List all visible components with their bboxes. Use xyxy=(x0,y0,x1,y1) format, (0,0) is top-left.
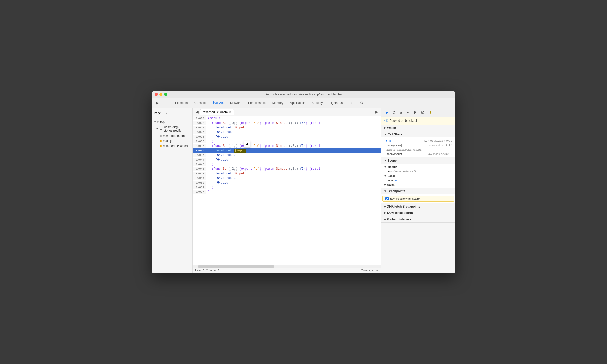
code-line-0x035: 0x035 f64.add xyxy=(193,135,381,139)
maximize-button[interactable] xyxy=(164,93,167,96)
local-label: Local xyxy=(388,174,395,177)
breakpoint-checkbox[interactable] xyxy=(385,197,389,200)
code-line-0x053: 0x053 f64.add xyxy=(193,180,381,185)
global-listeners-header[interactable]: ▶ Global Listeners xyxy=(381,216,455,223)
dom-breakpoints-header[interactable]: ▶ DOM Breakpoints xyxy=(381,210,455,216)
xhr-breakpoints-header[interactable]: ▶ XHR/fetch Breakpoints xyxy=(381,203,455,210)
devtools-window: DevTools - wasm-dbg-stories.netlify.app/… xyxy=(152,91,455,273)
editor-scrollbar[interactable] xyxy=(193,265,381,268)
instance-item: ▶ instance: Instance {} xyxy=(381,169,455,174)
module-arrow-icon: ▼ xyxy=(384,165,387,168)
svg-rect-2 xyxy=(429,111,429,114)
xhr-breakpoints-label: XHR/fetch Breakpoints xyxy=(387,205,420,208)
svg-rect-0 xyxy=(414,111,415,114)
editor-area: ◀ raw-module.wasm ✕ ▶ 0x000 (module xyxy=(193,108,381,273)
tab-memory[interactable]: Memory xyxy=(269,100,286,106)
sidebar-header: Page » ⋮ xyxy=(152,108,192,118)
breakpoints-header[interactable]: ▼ Breakpoints xyxy=(381,188,455,194)
editor-back-icon[interactable]: ◀ xyxy=(195,109,200,115)
dom-arrow-icon: ▶ xyxy=(384,211,386,214)
tree-item-top[interactable]: ▼ □ top xyxy=(152,119,192,125)
breakpoint-item[interactable]: raw-module.wasm:0x39 xyxy=(382,196,454,202)
editor-statusbar: Line 10, Column 12 Coverage: n/a xyxy=(193,268,381,273)
module-scope-header[interactable]: ▼ Module xyxy=(381,165,455,169)
global-arrow-icon: ▶ xyxy=(384,218,386,221)
dock-icon[interactable]: □ xyxy=(161,99,169,106)
stack-arrow-icon: ▶ xyxy=(384,183,386,186)
step-over-button[interactable] xyxy=(391,109,397,116)
svg-rect-3 xyxy=(430,111,431,114)
breakpoint-label: raw-module.wasm:0x39 xyxy=(390,197,420,200)
code-line-0x097: 0x097 ) xyxy=(193,190,381,194)
call-stack-item-b[interactable]: ►b raw-module.wasm:0x39 xyxy=(381,138,455,143)
step-button[interactable] xyxy=(412,109,419,116)
more-options-icon[interactable]: ⋮ xyxy=(367,99,374,106)
breakpoints-section: ▼ Breakpoints raw-module.wasm:0x39 xyxy=(381,188,455,203)
tree-item-raw-wasm[interactable]: ■ raw-module.wasm xyxy=(152,143,192,149)
file-tree: ▼ □ top ▼ ☁ wasm-dbg-stories.netlify ■ r… xyxy=(152,118,192,273)
global-listeners-label: Global Listeners xyxy=(387,217,411,221)
call-stack-item-anon2[interactable]: (anonymous) raw-module.html:10 xyxy=(381,152,455,156)
run-icon[interactable]: ▶ xyxy=(374,109,379,115)
code-line-0x03b: 0x03b f64.const 2 xyxy=(193,153,381,157)
tree-item-netlify[interactable]: ▼ ☁ wasm-dbg-stories.netlify xyxy=(152,125,192,133)
code-line-0x054: 0x054 ) xyxy=(193,185,381,190)
cursor-icon[interactable]: ▶ xyxy=(154,99,161,106)
coverage-status: Coverage: n/a xyxy=(361,269,379,272)
call-stack-item-anon1[interactable]: (anonymous) raw-module.html:9 xyxy=(381,143,455,148)
code-line-0x02a: 0x02a local.get $input xyxy=(193,125,381,130)
code-line-0x037: 0x037 (func $b (;1;) (export "b") (param… xyxy=(193,144,381,148)
code-line-0x04a: 0x04a f64.const 3 xyxy=(193,176,381,180)
divider xyxy=(170,100,170,105)
scope-content: ▼ Module ▶ instance: Instance {} ▼ Local… xyxy=(381,164,455,188)
scrollbar-thumb[interactable] xyxy=(198,265,274,268)
code-editor[interactable]: 0x000 (module 0x027 (func $a (;0;) (expo… xyxy=(193,116,381,265)
code-line-0x036: 0x036 ) xyxy=(193,139,381,144)
breakpoints-content: raw-module.wasm:0x39 xyxy=(381,194,455,203)
main-toolbar: ▶ □ Elements Console Sources Network Per… xyxy=(152,98,455,108)
sidebar-more-icon[interactable]: » xyxy=(163,110,170,117)
scope-header[interactable]: ▼ Scope xyxy=(381,157,455,164)
minimize-button[interactable] xyxy=(159,93,162,96)
deactivate-button[interactable] xyxy=(419,109,426,116)
call-stack-section: ▼ Call Stack ►b raw-module.wasm:0x39 xyxy=(381,131,455,157)
sidebar-options-icon[interactable]: ⋮ xyxy=(187,111,190,115)
file-sidebar: Page » ⋮ ▼ □ top ▼ ☁ wasm-dbg-stories.ne… xyxy=(152,108,193,273)
code-line-0x045: 0x045 ) xyxy=(193,162,381,167)
local-scope-header[interactable]: ▼ Local xyxy=(381,174,455,178)
pause-button[interactable] xyxy=(426,109,433,116)
call-stack-header[interactable]: ▼ Call Stack xyxy=(381,131,455,137)
tab-performance[interactable]: Performance xyxy=(245,100,269,106)
editor-tab-name: raw-module.wasm xyxy=(203,110,228,114)
editor-active-tab[interactable]: raw-module.wasm ✕ xyxy=(200,109,234,115)
tab-security[interactable]: Security xyxy=(309,100,326,106)
tab-network[interactable]: Network xyxy=(227,100,244,106)
step-into-button[interactable] xyxy=(398,109,404,116)
breakpoints-label: Breakpoints xyxy=(388,189,405,193)
tab-application[interactable]: Application xyxy=(287,100,308,106)
stack-scope-header[interactable]: ▶ Stack xyxy=(381,182,455,187)
editor-tab-close-icon[interactable]: ✕ xyxy=(229,111,231,113)
code-line-0x02c: 0x02c f64.const 1 xyxy=(193,130,381,135)
tab-sources[interactable]: Sources xyxy=(209,99,227,106)
tab-lighthouse[interactable]: Lighthouse xyxy=(326,100,347,106)
scope-section: ▼ Scope ▼ Module ▶ instance: Instance {} xyxy=(381,157,455,188)
settings-icon[interactable]: ⚙ xyxy=(358,99,366,106)
sidebar-title: Page xyxy=(154,111,161,115)
local-var-input: input: 4 xyxy=(381,178,455,182)
end-icons: ⚙ ⋮ xyxy=(358,99,374,106)
step-out-button[interactable] xyxy=(405,109,412,116)
tree-item-main-js[interactable]: ■ main.js xyxy=(152,138,192,143)
tooltip-value: 4 xyxy=(246,142,248,146)
more-tabs-icon[interactable]: » xyxy=(348,99,355,106)
resume-button[interactable]: ▶ xyxy=(383,109,390,116)
tab-console[interactable]: Console xyxy=(191,100,209,106)
debug-toolbar: ▶ xyxy=(381,108,455,117)
debugger-panel: ▶ xyxy=(381,108,455,273)
tree-item-raw-html[interactable]: ■ raw-module.html xyxy=(152,133,192,138)
watch-section-header[interactable]: ▶ Watch xyxy=(381,125,455,131)
window-title: DevTools - wasm-dbg-stories.netlify.app/… xyxy=(265,93,342,96)
code-line-0x027: 0x027 (func $a (;0;) (export "a") (param… xyxy=(193,121,381,125)
tab-elements[interactable]: Elements xyxy=(172,100,191,106)
close-button[interactable] xyxy=(155,93,158,96)
